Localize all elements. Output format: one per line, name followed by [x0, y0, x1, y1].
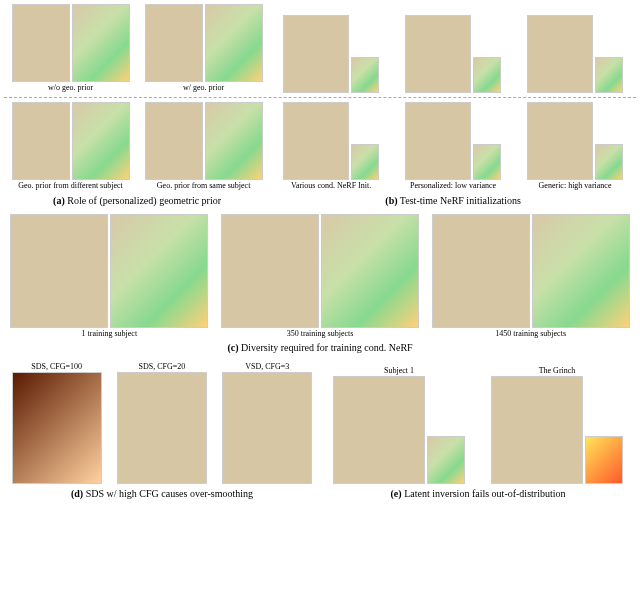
face-render [12, 372, 102, 484]
a-top-group-1: w/ geo. prior [137, 4, 270, 93]
c-label-1: 350 training subjects [215, 330, 426, 339]
panel-a-bot: Geo. prior from different subject Geo. p… [4, 102, 270, 206]
d-item-2: VSD, CFG=3 [215, 361, 320, 484]
figure: w/o geo. prior w/ geo. prior [4, 4, 636, 499]
panel-d-caption: (d) SDS w/ high CFG causes over-smoothin… [4, 488, 320, 499]
panel-a-top: w/o geo. prior w/ geo. prior [4, 4, 270, 93]
divider [4, 97, 636, 98]
b-label-2: Generic: high variance [514, 182, 636, 191]
row-bottom: SDS, CFG=100 SDS, CFG=20 VSD, CFG=3 (d) … [4, 361, 636, 499]
face-render [221, 214, 319, 328]
c-group-2: 1450 training subjects [425, 214, 636, 339]
normal-map [205, 4, 263, 82]
normal-map [351, 144, 379, 180]
c-group-1: 350 training subjects [215, 214, 426, 339]
face-render [432, 214, 530, 328]
c-label-0: 1 training subject [4, 330, 215, 339]
a-top-label-1: w/ geo. prior [137, 84, 270, 93]
panel-b-text: Test-time NeRF initializations [400, 195, 521, 206]
normal-map [351, 57, 379, 93]
face-render [491, 376, 583, 484]
normal-map [72, 4, 130, 82]
b-top-2 [514, 15, 636, 93]
row-2: Geo. prior from different subject Geo. p… [4, 102, 636, 206]
normal-map [473, 144, 501, 180]
panel-e: Subject 1 The Grinch (e) Latent inver [320, 365, 636, 499]
d-item-1: SDS, CFG=20 [109, 361, 214, 484]
a-bot-group-0: Geo. prior from different subject [4, 102, 137, 191]
face-render [333, 376, 425, 484]
normal-map [532, 214, 630, 328]
normal-map [473, 57, 501, 93]
face-render [405, 15, 471, 93]
d-item-0: SDS, CFG=100 [4, 361, 109, 484]
e-item-1: The Grinch [478, 365, 636, 484]
b-bot-2: Generic: high variance [514, 102, 636, 191]
d-label-2: VSD, CFG=3 [215, 363, 320, 372]
a-top-label-0: w/o geo. prior [4, 84, 137, 93]
b-label-0: Various cond. NeRF Init. [270, 182, 392, 191]
face-render [222, 372, 312, 484]
panel-a-prefix: (a) [53, 195, 65, 206]
face-render [10, 214, 108, 328]
face-render [527, 15, 593, 93]
normal-map [595, 144, 623, 180]
a-top-group-0: w/o geo. prior [4, 4, 137, 93]
normal-map [427, 436, 465, 484]
normal-map [205, 102, 263, 180]
c-group-0: 1 training subject [4, 214, 215, 339]
panel-d-text: SDS w/ high CFG causes over-smoothing [86, 488, 253, 499]
panel-b-top [270, 15, 636, 93]
a-bot-label-1: Geo. prior from same subject [137, 182, 270, 191]
row-top: w/o geo. prior w/ geo. prior [4, 4, 636, 93]
normal-map [595, 57, 623, 93]
normal-map [321, 214, 419, 328]
b-bot-1: Personalized: low variance [392, 102, 514, 191]
face-render [527, 102, 593, 180]
face-render [405, 102, 471, 180]
panel-b-caption: (b) Test-time NeRF initializations [270, 195, 636, 206]
b-top-1 [392, 15, 514, 93]
panel-a-caption: (a) Role of (personalized) geometric pri… [4, 195, 270, 206]
panel-c-prefix: (c) [227, 342, 238, 353]
e-item-0: Subject 1 [320, 365, 478, 484]
normal-map [110, 214, 208, 328]
face-render [12, 102, 70, 180]
e-label-1: The Grinch [478, 367, 636, 376]
panel-c-text: Diversity required for training cond. Ne… [241, 342, 413, 353]
panel-e-caption: (e) Latent inversion fails out-of-distri… [320, 488, 636, 499]
face-render [12, 4, 70, 82]
face-render [283, 102, 349, 180]
face-render [283, 15, 349, 93]
normal-map [585, 436, 623, 484]
b-top-0 [270, 15, 392, 93]
b-bot-0: Various cond. NeRF Init. [270, 102, 392, 191]
face-render [145, 4, 203, 82]
b-label-1: Personalized: low variance [392, 182, 514, 191]
normal-map [72, 102, 130, 180]
panel-e-prefix: (e) [391, 488, 402, 499]
panel-c-caption: (c) Diversity required for training cond… [4, 342, 636, 353]
face-render [145, 102, 203, 180]
panel-a-text: Role of (personalized) geometric prior [67, 195, 221, 206]
d-label-0: SDS, CFG=100 [4, 363, 109, 372]
panel-b-prefix: (b) [385, 195, 397, 206]
a-bot-label-0: Geo. prior from different subject [4, 182, 137, 191]
c-label-2: 1450 training subjects [425, 330, 636, 339]
panel-d-prefix: (d) [71, 488, 83, 499]
panel-e-text: Latent inversion fails out-of-distributi… [404, 488, 565, 499]
face-render [117, 372, 207, 484]
a-bot-group-1: Geo. prior from same subject [137, 102, 270, 191]
e-label-0: Subject 1 [320, 367, 478, 376]
panel-d: SDS, CFG=100 SDS, CFG=20 VSD, CFG=3 (d) … [4, 361, 320, 499]
d-label-1: SDS, CFG=20 [109, 363, 214, 372]
panel-c-row: 1 training subject 350 training subjects… [4, 214, 636, 339]
panel-b-bot: Various cond. NeRF Init. Personalized: l… [270, 102, 636, 206]
